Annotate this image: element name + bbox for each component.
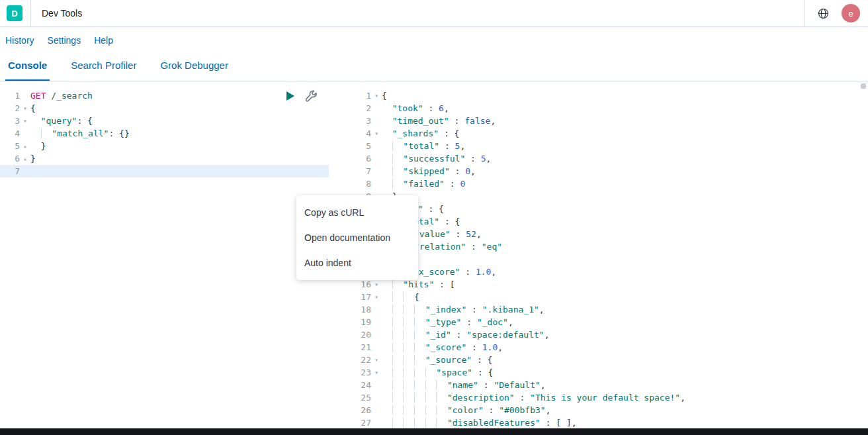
fold-marker-empty — [371, 177, 382, 190]
nav-help[interactable]: Help — [94, 35, 113, 46]
dev-tools-app: D Dev Tools e History Settings Help Cons… — [0, 0, 868, 435]
code-text: "_shards" : { — [382, 127, 459, 140]
kibana-logo[interactable]: D — [7, 5, 22, 21]
line-number: 1 — [0, 89, 20, 102]
indent-guide — [403, 305, 414, 314]
menu-item-copy-as-curl[interactable]: Copy as cURL — [296, 200, 418, 225]
indent-guide — [414, 418, 425, 428]
code-line: 26 "color" : "#00bfb3", — [339, 404, 868, 416]
code-text: "description" : "This is your default sp… — [382, 391, 685, 404]
code-line: 6 "successful" : 5, — [339, 152, 868, 165]
code-text: "_id" : "space:default", — [382, 328, 549, 341]
code-line: 17▾ { — [339, 291, 868, 303]
indent-guide — [392, 141, 404, 151]
fold-marker-icon[interactable]: ▾ — [371, 291, 382, 303]
indent-guide — [392, 279, 404, 289]
scrollbar-thumb[interactable] — [861, 83, 866, 89]
code-text: "disabledFeatures" : [ ], — [382, 416, 577, 428]
tab-console[interactable]: Console — [5, 52, 50, 81]
line-number: 21 — [339, 341, 371, 354]
indent-guide — [403, 342, 414, 352]
code-text: "name" : "Default", — [382, 379, 546, 391]
code-text: "failed" : 0 — [382, 177, 465, 190]
line-number: 2 — [339, 102, 371, 115]
menu-item-auto-indent[interactable]: Auto indent — [296, 250, 418, 275]
line-gutter: 3▾ — [0, 115, 30, 127]
code-text: "skipped" : 0, — [382, 165, 476, 177]
code-text: { — [30, 102, 36, 115]
fold-marker-icon[interactable]: ▴ — [20, 152, 30, 165]
code-text: "color" : "#00bfb3", — [382, 404, 551, 416]
indent-guide — [392, 380, 404, 390]
line-number: 26 — [339, 404, 371, 416]
line-number: 20 — [339, 328, 371, 341]
line-number: 18 — [339, 303, 371, 316]
globe-icon[interactable] — [812, 3, 834, 24]
tab-grok-debugger[interactable]: Grok Debugger — [157, 52, 231, 81]
code-text: "query": { — [30, 115, 93, 127]
code-text: GET /_search — [30, 89, 93, 102]
line-number: 8 — [339, 177, 371, 190]
wrench-context-menu: Copy as cURL Open documentation Auto ind… — [296, 195, 418, 280]
indent-guide — [414, 405, 425, 415]
indent-guide — [414, 367, 425, 377]
fold-marker-icon[interactable]: ▾ — [371, 354, 382, 366]
fold-marker-empty — [371, 140, 382, 152]
line-number: 7 — [0, 165, 20, 177]
line-number: 5 — [339, 140, 371, 152]
code-text: "total" : 5, — [382, 140, 465, 152]
indent-guide — [414, 355, 425, 365]
bottom-bar — [0, 428, 868, 435]
code-line: 24 "name" : "Default", — [339, 379, 868, 391]
line-gutter: 5 — [339, 140, 382, 152]
fold-marker-icon[interactable]: ▾ — [20, 102, 30, 115]
line-gutter: 4▾ — [339, 127, 382, 140]
top-bar: D Dev Tools e — [0, 0, 868, 27]
indent-guide — [414, 317, 425, 327]
line-gutter: 24 — [339, 379, 382, 391]
line-gutter: 23▾ — [339, 366, 382, 379]
send-request-icon[interactable] — [286, 91, 294, 101]
page-title: Dev Tools — [42, 8, 82, 19]
indent-guide — [392, 305, 404, 314]
indent-guide — [392, 166, 404, 176]
fold-marker-empty — [371, 102, 382, 115]
line-gutter: 1 — [0, 89, 30, 102]
fold-marker-icon[interactable]: ▾ — [20, 115, 30, 127]
menu-item-open-documentation[interactable]: Open documentation — [296, 225, 418, 250]
code-line: 21 "_score" : 1.0, — [339, 341, 868, 354]
indent-guide — [414, 330, 425, 340]
nav-history[interactable]: History — [5, 35, 34, 46]
code-line: 20 "_id" : "space:default", — [339, 328, 868, 341]
code-text: "_score" : 1.0, — [382, 341, 503, 354]
response-viewer[interactable]: 1▾{2 "took" : 6,3 "timed_out" : false,4▾… — [339, 81, 868, 428]
code-line: 3 "timed_out" : false, — [339, 115, 868, 127]
line-gutter: 1▾ — [339, 89, 382, 102]
indent-guide — [436, 405, 447, 415]
fold-marker-icon[interactable]: ▾ — [371, 366, 382, 379]
fold-marker-empty — [371, 404, 382, 416]
code-text: "space" : { — [382, 366, 493, 379]
line-gutter: 20 — [339, 328, 382, 341]
wrench-icon[interactable] — [305, 90, 317, 102]
fold-marker-icon[interactable]: ▴ — [20, 140, 30, 152]
fold-marker-empty — [371, 328, 382, 341]
fold-marker-empty — [371, 379, 382, 391]
line-number: 7 — [339, 165, 371, 177]
user-avatar[interactable]: e — [842, 4, 860, 23]
line-gutter: 7 — [339, 165, 382, 177]
nav-settings[interactable]: Settings — [48, 35, 81, 46]
header-actions: e — [804, 0, 868, 26]
tab-search-profiler[interactable]: Search Profiler — [68, 52, 139, 81]
line-gutter: 2▾ — [0, 102, 30, 115]
line-number: 23 — [339, 366, 371, 379]
fold-marker-icon[interactable]: ▾ — [371, 127, 382, 140]
indent-guide — [403, 355, 414, 365]
indent-guide — [403, 380, 414, 390]
fold-marker-icon[interactable]: ▾ — [371, 89, 382, 102]
code-text: } — [30, 152, 36, 165]
request-editor[interactable]: 1GET /_search2▾{3▾ "query": {4 "match_al… — [0, 81, 329, 428]
line-gutter: 5▴ — [0, 140, 30, 152]
indent-guide — [403, 418, 414, 428]
code-text: "_type" : "_doc", — [382, 316, 513, 328]
